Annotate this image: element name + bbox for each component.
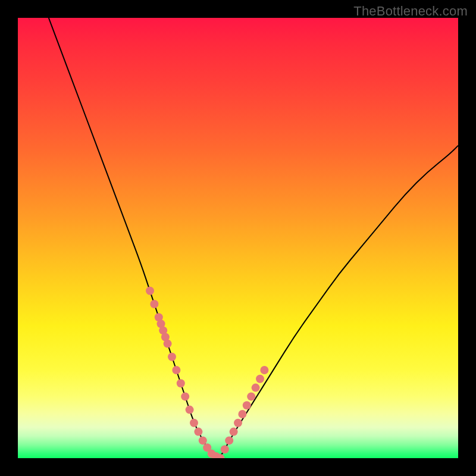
marker-point <box>243 401 251 409</box>
watermark-text: TheBottleneck.com <box>353 4 468 19</box>
chart-frame: TheBottleneck.com <box>0 0 476 476</box>
marker-point <box>190 419 198 427</box>
marker-point <box>194 428 202 436</box>
marker-point <box>238 410 246 418</box>
marker-point <box>168 353 176 361</box>
marker-point <box>186 406 194 414</box>
marker-point <box>164 340 172 348</box>
marker-point <box>181 392 189 400</box>
marker-point <box>247 392 255 400</box>
marker-point <box>172 366 180 374</box>
marker-point <box>146 287 154 295</box>
marker-point <box>260 366 268 374</box>
marker-point <box>256 375 264 383</box>
marker-point <box>230 428 238 436</box>
marker-point <box>150 300 158 308</box>
marker-point <box>221 445 229 453</box>
marker-point <box>225 436 233 444</box>
marker-point <box>199 436 207 444</box>
curve-svg <box>18 18 458 458</box>
plot-area <box>18 18 458 458</box>
marker-group <box>146 287 268 458</box>
marker-point <box>177 379 185 387</box>
marker-point <box>234 419 242 427</box>
marker-point <box>252 384 260 392</box>
